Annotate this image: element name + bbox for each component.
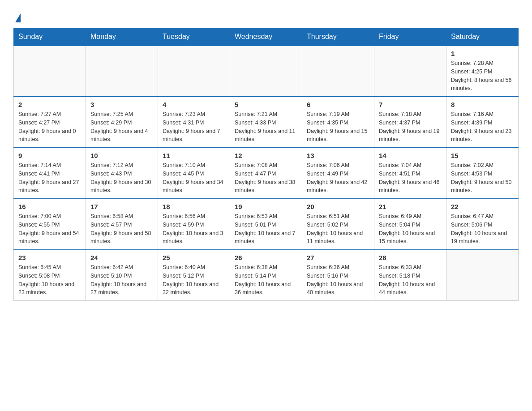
header-wednesday: Wednesday	[230, 28, 302, 46]
day-info: Sunrise: 7:18 AM Sunset: 4:37 PM Dayligh…	[379, 110, 442, 144]
header-saturday: Saturday	[446, 28, 519, 46]
calendar-cell: 8Sunrise: 7:16 AM Sunset: 4:39 PM Daylig…	[446, 97, 519, 148]
day-number: 18	[163, 203, 225, 210]
calendar-cell: 23Sunrise: 6:45 AM Sunset: 5:08 PM Dayli…	[14, 250, 86, 301]
day-number: 25	[163, 254, 225, 261]
day-info: Sunrise: 7:28 AM Sunset: 4:25 PM Dayligh…	[451, 59, 514, 93]
calendar-cell: 25Sunrise: 6:40 AM Sunset: 5:12 PM Dayli…	[158, 250, 230, 301]
week-row-1: 1Sunrise: 7:28 AM Sunset: 4:25 PM Daylig…	[14, 46, 519, 97]
day-number: 21	[379, 203, 442, 210]
calendar-cell: 1Sunrise: 7:28 AM Sunset: 4:25 PM Daylig…	[446, 46, 519, 97]
day-info: Sunrise: 7:25 AM Sunset: 4:29 PM Dayligh…	[90, 110, 153, 144]
day-number: 17	[90, 203, 153, 210]
week-row-5: 23Sunrise: 6:45 AM Sunset: 5:08 PM Dayli…	[14, 250, 519, 301]
day-info: Sunrise: 7:06 AM Sunset: 4:49 PM Dayligh…	[307, 161, 369, 195]
header-sunday: Sunday	[14, 28, 86, 46]
day-number: 5	[235, 101, 297, 108]
day-number: 10	[90, 152, 153, 159]
day-info: Sunrise: 6:47 AM Sunset: 5:06 PM Dayligh…	[451, 212, 514, 246]
week-row-2: 2Sunrise: 7:27 AM Sunset: 4:27 PM Daylig…	[14, 97, 519, 148]
calendar-cell: 7Sunrise: 7:18 AM Sunset: 4:37 PM Daylig…	[374, 97, 446, 148]
calendar-cell: 28Sunrise: 6:33 AM Sunset: 5:18 PM Dayli…	[374, 250, 446, 301]
day-number: 11	[163, 152, 225, 159]
calendar-cell: 22Sunrise: 6:47 AM Sunset: 5:06 PM Dayli…	[446, 199, 519, 250]
calendar-cell: 6Sunrise: 7:19 AM Sunset: 4:35 PM Daylig…	[302, 97, 374, 148]
calendar-cell: 18Sunrise: 6:56 AM Sunset: 4:59 PM Dayli…	[158, 199, 230, 250]
logo-triangle-icon	[15, 13, 21, 22]
day-info: Sunrise: 7:27 AM Sunset: 4:27 PM Dayligh…	[18, 110, 81, 144]
day-number: 27	[307, 254, 369, 261]
day-info: Sunrise: 6:45 AM Sunset: 5:08 PM Dayligh…	[18, 263, 81, 297]
day-info: Sunrise: 7:16 AM Sunset: 4:39 PM Dayligh…	[451, 110, 514, 144]
day-info: Sunrise: 6:42 AM Sunset: 5:10 PM Dayligh…	[90, 263, 153, 297]
day-info: Sunrise: 7:00 AM Sunset: 4:55 PM Dayligh…	[18, 212, 81, 246]
header-monday: Monday	[86, 28, 158, 46]
day-number: 20	[307, 203, 369, 210]
day-number: 26	[235, 254, 297, 261]
day-number: 28	[379, 254, 442, 261]
day-number: 7	[379, 101, 442, 108]
calendar-cell	[158, 46, 230, 97]
calendar-cell: 17Sunrise: 6:58 AM Sunset: 4:57 PM Dayli…	[86, 199, 158, 250]
calendar-cell: 26Sunrise: 6:38 AM Sunset: 5:14 PM Dayli…	[230, 250, 302, 301]
header-friday: Friday	[374, 28, 446, 46]
calendar-cell: 12Sunrise: 7:08 AM Sunset: 4:47 PM Dayli…	[230, 148, 302, 199]
calendar-cell: 27Sunrise: 6:36 AM Sunset: 5:16 PM Dayli…	[302, 250, 374, 301]
calendar-cell: 14Sunrise: 7:04 AM Sunset: 4:51 PM Dayli…	[374, 148, 446, 199]
day-info: Sunrise: 7:04 AM Sunset: 4:51 PM Dayligh…	[379, 161, 442, 195]
header-tuesday: Tuesday	[158, 28, 230, 46]
calendar-cell: 24Sunrise: 6:42 AM Sunset: 5:10 PM Dayli…	[86, 250, 158, 301]
day-info: Sunrise: 6:49 AM Sunset: 5:04 PM Dayligh…	[379, 212, 442, 246]
calendar-cell: 11Sunrise: 7:10 AM Sunset: 4:45 PM Dayli…	[158, 148, 230, 199]
day-number: 9	[18, 152, 81, 159]
calendar-cell	[14, 46, 86, 97]
calendar-cell: 21Sunrise: 6:49 AM Sunset: 5:04 PM Dayli…	[374, 199, 446, 250]
day-number: 4	[163, 101, 225, 108]
day-number: 22	[451, 203, 514, 210]
calendar-cell: 10Sunrise: 7:12 AM Sunset: 4:43 PM Dayli…	[86, 148, 158, 199]
day-info: Sunrise: 7:08 AM Sunset: 4:47 PM Dayligh…	[235, 161, 297, 195]
calendar-cell: 19Sunrise: 6:53 AM Sunset: 5:01 PM Dayli…	[230, 199, 302, 250]
day-number: 14	[379, 152, 442, 159]
header-thursday: Thursday	[302, 28, 374, 46]
day-number: 19	[235, 203, 297, 210]
day-info: Sunrise: 7:10 AM Sunset: 4:45 PM Dayligh…	[163, 161, 225, 195]
day-info: Sunrise: 7:21 AM Sunset: 4:33 PM Dayligh…	[235, 110, 297, 144]
calendar-cell	[230, 46, 302, 97]
day-number: 1	[451, 50, 514, 57]
day-number: 12	[235, 152, 297, 159]
day-number: 3	[90, 101, 153, 108]
calendar-cell: 13Sunrise: 7:06 AM Sunset: 4:49 PM Dayli…	[302, 148, 374, 199]
week-row-4: 16Sunrise: 7:00 AM Sunset: 4:55 PM Dayli…	[14, 199, 519, 250]
day-info: Sunrise: 6:58 AM Sunset: 4:57 PM Dayligh…	[90, 212, 153, 246]
calendar-cell: 16Sunrise: 7:00 AM Sunset: 4:55 PM Dayli…	[14, 199, 86, 250]
calendar-cell	[446, 250, 519, 301]
day-info: Sunrise: 7:19 AM Sunset: 4:35 PM Dayligh…	[307, 110, 369, 144]
calendar-cell: 9Sunrise: 7:14 AM Sunset: 4:41 PM Daylig…	[14, 148, 86, 199]
day-info: Sunrise: 6:53 AM Sunset: 5:01 PM Dayligh…	[235, 212, 297, 246]
calendar-cell: 3Sunrise: 7:25 AM Sunset: 4:29 PM Daylig…	[86, 97, 158, 148]
day-info: Sunrise: 7:14 AM Sunset: 4:41 PM Dayligh…	[18, 161, 81, 195]
page-header	[13, 9, 519, 23]
day-number: 16	[18, 203, 81, 210]
day-number: 24	[90, 254, 153, 261]
day-number: 23	[18, 254, 81, 261]
day-number: 2	[18, 101, 81, 108]
day-info: Sunrise: 6:38 AM Sunset: 5:14 PM Dayligh…	[235, 263, 297, 297]
day-info: Sunrise: 7:23 AM Sunset: 4:31 PM Dayligh…	[163, 110, 225, 144]
calendar-cell: 15Sunrise: 7:02 AM Sunset: 4:53 PM Dayli…	[446, 148, 519, 199]
day-info: Sunrise: 6:40 AM Sunset: 5:12 PM Dayligh…	[163, 263, 225, 297]
day-info: Sunrise: 7:02 AM Sunset: 4:53 PM Dayligh…	[451, 161, 514, 195]
day-info: Sunrise: 6:36 AM Sunset: 5:16 PM Dayligh…	[307, 263, 369, 297]
calendar-table: SundayMondayTuesdayWednesdayThursdayFrid…	[13, 28, 519, 301]
day-info: Sunrise: 6:51 AM Sunset: 5:02 PM Dayligh…	[307, 212, 369, 246]
calendar-cell	[302, 46, 374, 97]
day-info: Sunrise: 6:56 AM Sunset: 4:59 PM Dayligh…	[163, 212, 225, 246]
calendar-header-row: SundayMondayTuesdayWednesdayThursdayFrid…	[14, 28, 519, 46]
day-number: 8	[451, 101, 514, 108]
calendar-cell: 2Sunrise: 7:27 AM Sunset: 4:27 PM Daylig…	[14, 97, 86, 148]
day-number: 6	[307, 101, 369, 108]
calendar-cell: 4Sunrise: 7:23 AM Sunset: 4:31 PM Daylig…	[158, 97, 230, 148]
calendar-cell	[374, 46, 446, 97]
calendar-cell: 5Sunrise: 7:21 AM Sunset: 4:33 PM Daylig…	[230, 97, 302, 148]
